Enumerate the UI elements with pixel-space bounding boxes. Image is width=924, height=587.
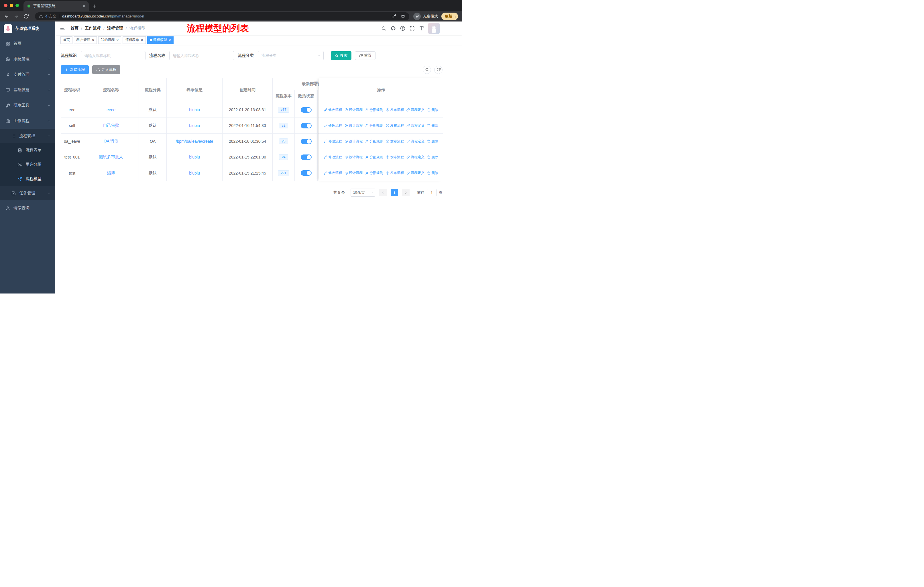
action-edit[interactable]: 修改流程 [324,123,342,128]
tag-home[interactable]: 首页 [60,36,73,44]
tag-close-icon[interactable]: × [116,38,119,42]
show-search-button[interactable] [423,66,431,74]
tag-close-icon[interactable]: × [140,38,143,42]
action-assign-rule[interactable]: 分配规则 [365,170,383,175]
action-assign-rule[interactable]: 分配规则 [365,155,383,160]
form-info-link[interactable]: biubiu [189,107,200,112]
address-bar[interactable]: 不安全 dashboard.yudao.iocoder.cn /bpm/mana… [35,12,409,20]
version-badge[interactable]: v2 [279,123,289,128]
browser-update-button[interactable]: 更新 [441,13,458,20]
tag-close-icon[interactable]: × [92,38,94,42]
action-publish[interactable]: 发布流程 [386,107,404,112]
action-definition[interactable]: 流程定义 [406,139,424,144]
tag-tenant[interactable]: 租户管理 × [74,36,97,44]
sidebar-item-process-manage[interactable]: 流程管理 [0,129,55,143]
action-design[interactable]: 设计流程 [345,107,363,112]
version-badge[interactable]: v4 [279,154,289,160]
sidebar-collapse-button[interactable] [60,25,66,31]
new-tab-button[interactable] [92,4,97,8]
action-assign-rule[interactable]: 分配规则 [365,123,383,128]
reset-button[interactable]: 重置 [355,51,376,60]
tag-my-process[interactable]: 我的流程 × [98,36,121,44]
process-name-link[interactable]: 滔博 [107,170,115,176]
action-delete[interactable]: 删除 [427,155,438,160]
action-edit[interactable]: 修改流程 [324,155,342,160]
action-definition[interactable]: 流程定义 [406,170,424,175]
refresh-table-button[interactable] [434,66,442,74]
sidebar-item-system[interactable]: 系统管理 [0,51,55,67]
action-edit[interactable]: 修改流程 [324,107,342,112]
password-key-icon[interactable] [391,14,396,19]
action-definition[interactable]: 流程定义 [406,107,424,112]
process-name-link[interactable]: OA 请假 [104,139,118,144]
import-process-button[interactable]: 导入流程 [92,65,120,74]
sidebar-item-infrastructure[interactable]: 基础设施 [0,82,55,98]
fullscreen-button[interactable] [409,26,415,31]
sidebar-item-dev-tools[interactable]: 研发工具 [0,98,55,113]
window-minimize-button[interactable] [10,4,13,7]
reload-button[interactable] [23,14,29,19]
forward-button[interactable] [14,14,19,19]
action-definition[interactable]: 流程定义 [406,123,424,128]
action-assign-rule[interactable]: 分配规则 [365,139,383,144]
breadcrumb-home[interactable]: 首页 [71,26,79,31]
sidebar-item-home[interactable]: 首页 [0,36,55,51]
sidebar-item-process-form[interactable]: 流程表单 [0,143,55,157]
process-name-link[interactable]: 测试多审批人 [99,154,123,160]
action-design[interactable]: 设计流程 [345,170,363,175]
window-zoom-button[interactable] [15,4,19,7]
action-design[interactable]: 设计流程 [345,139,363,144]
page-number-1[interactable]: 1 [391,189,398,196]
process-name-input[interactable] [169,51,234,60]
action-delete[interactable]: 删除 [427,139,438,144]
page-size-select[interactable]: 10条/页 [351,189,375,197]
version-badge[interactable]: v17 [278,107,289,112]
form-info-link[interactable]: biubiu [189,171,200,175]
action-edit[interactable]: 修改流程 [324,139,342,144]
goto-page-input[interactable] [427,189,437,196]
search-button[interactable]: 搜索 [331,51,351,60]
category-select[interactable]: 流程分类 [258,51,323,60]
action-publish[interactable]: 发布流程 [386,123,404,128]
process-key-input[interactable] [81,51,145,60]
sidebar-item-leave-query[interactable]: 请假查询 [0,200,55,216]
help-button[interactable] [400,26,405,31]
process-name-link[interactable]: eeee [107,107,116,112]
sidebar-logo[interactable]: 芋道管理系统 [0,21,55,36]
tag-process-model[interactable]: 流程模型 × [147,36,173,44]
form-info-link[interactable]: /bpm/oa/leave/create [176,139,213,144]
version-badge[interactable]: v21 [278,170,289,176]
action-design[interactable]: 设计流程 [345,155,363,160]
action-publish[interactable]: 发布流程 [386,139,404,144]
breadcrumb-process-manage[interactable]: 流程管理 [107,26,123,31]
action-definition[interactable]: 流程定义 [406,155,424,160]
window-close-button[interactable] [4,4,7,7]
sidebar-item-process-model[interactable]: 流程模型 [0,172,55,186]
font-size-button[interactable] [419,26,424,31]
more-vertical-icon[interactable] [453,14,457,19]
action-delete[interactable]: 删除 [427,123,438,128]
sidebar-item-task-manage[interactable]: 任务管理 [0,186,55,200]
search-button[interactable] [381,26,386,31]
sidebar-item-payment[interactable]: 支付管理 [0,67,55,82]
active-toggle[interactable] [301,107,312,112]
active-toggle[interactable] [301,123,312,128]
bookmark-star-icon[interactable] [401,14,405,19]
sidebar-item-workflow[interactable]: 工作流程 [0,113,55,129]
back-button[interactable] [4,14,9,19]
browser-tab[interactable]: 芋道管理系统 [23,1,89,11]
version-badge[interactable]: v5 [279,139,289,144]
tag-close-icon[interactable]: × [169,38,171,42]
tag-process-form[interactable]: 流程表单 × [122,36,145,44]
active-toggle[interactable] [301,170,312,176]
action-assign-rule[interactable]: 分配规则 [365,107,383,112]
tab-close-icon[interactable] [82,4,86,8]
form-info-link[interactable]: biubiu [189,123,200,128]
next-page-button[interactable] [402,189,409,196]
github-button[interactable] [391,26,396,31]
action-delete[interactable]: 删除 [427,107,438,112]
create-process-button[interactable]: 新建流程 [61,65,89,74]
action-delete[interactable]: 删除 [427,170,438,175]
prev-page-button[interactable] [379,189,387,196]
action-edit[interactable]: 修改流程 [324,170,342,175]
